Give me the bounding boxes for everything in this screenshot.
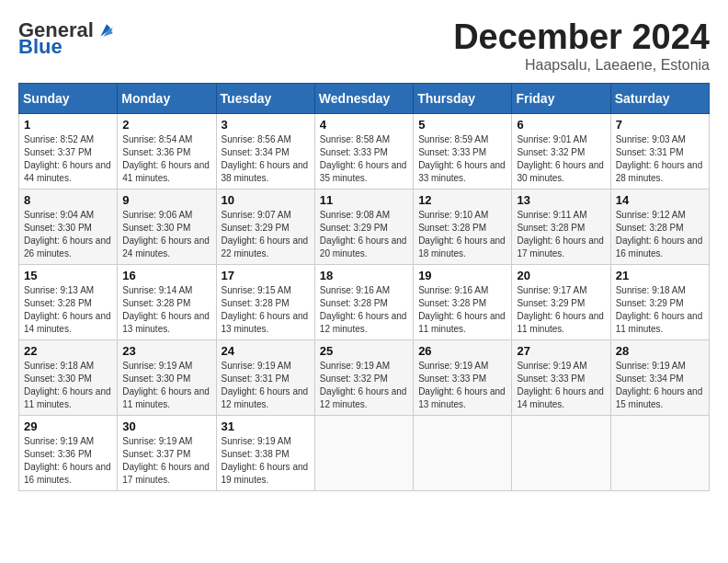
day-number: 22 bbox=[24, 344, 112, 358]
day-info: Sunrise: 8:56 AMSunset: 3:34 PMDaylight:… bbox=[222, 133, 310, 185]
day-number: 29 bbox=[24, 419, 112, 433]
title-block: December 2024 Haapsalu, Laeaene, Estonia bbox=[453, 18, 710, 74]
day-number: 8 bbox=[24, 193, 112, 207]
calendar-table: Sunday Monday Tuesday Wednesday Thursday… bbox=[18, 83, 710, 491]
col-wednesday: Wednesday bbox=[314, 83, 413, 113]
day-info: Sunrise: 9:18 AMSunset: 3:29 PMDaylight:… bbox=[616, 284, 704, 336]
day-number: 27 bbox=[517, 344, 605, 358]
day-info: Sunrise: 9:08 AMSunset: 3:29 PMDaylight:… bbox=[320, 209, 408, 260]
col-thursday: Thursday bbox=[414, 83, 512, 113]
calendar-cell bbox=[512, 415, 610, 490]
day-info: Sunrise: 8:58 AMSunset: 3:33 PMDaylight:… bbox=[320, 133, 408, 185]
day-info: Sunrise: 9:12 AMSunset: 3:28 PMDaylight:… bbox=[616, 209, 704, 260]
calendar-cell: 14Sunrise: 9:12 AMSunset: 3:28 PMDayligh… bbox=[610, 189, 709, 264]
col-saturday: Saturday bbox=[610, 83, 709, 113]
calendar-cell: 6Sunrise: 9:01 AMSunset: 3:32 PMDaylight… bbox=[512, 113, 610, 189]
calendar-body: 1Sunrise: 8:52 AMSunset: 3:37 PMDaylight… bbox=[19, 113, 710, 490]
calendar-cell: 16Sunrise: 9:14 AMSunset: 3:28 PMDayligh… bbox=[118, 264, 216, 339]
header-row: Sunday Monday Tuesday Wednesday Thursday… bbox=[19, 83, 710, 113]
day-number: 7 bbox=[616, 118, 704, 132]
calendar-cell: 21Sunrise: 9:18 AMSunset: 3:29 PMDayligh… bbox=[610, 264, 709, 339]
logo-blue: Blue bbox=[18, 35, 63, 59]
col-monday: Monday bbox=[118, 83, 216, 113]
day-number: 12 bbox=[418, 193, 506, 207]
day-info: Sunrise: 9:19 AMSunset: 3:34 PMDaylight:… bbox=[616, 360, 704, 411]
day-number: 15 bbox=[24, 269, 112, 282]
day-info: Sunrise: 9:16 AMSunset: 3:28 PMDaylight:… bbox=[418, 284, 506, 336]
day-number: 2 bbox=[122, 118, 210, 132]
day-number: 28 bbox=[616, 344, 704, 358]
calendar-cell: 26Sunrise: 9:19 AMSunset: 3:33 PMDayligh… bbox=[414, 339, 512, 415]
day-info: Sunrise: 9:18 AMSunset: 3:30 PMDaylight:… bbox=[24, 360, 112, 411]
calendar-cell: 13Sunrise: 9:11 AMSunset: 3:28 PMDayligh… bbox=[512, 189, 610, 264]
day-info: Sunrise: 9:16 AMSunset: 3:28 PMDaylight:… bbox=[320, 284, 408, 336]
day-info: Sunrise: 9:19 AMSunset: 3:32 PMDaylight:… bbox=[320, 360, 408, 411]
day-number: 26 bbox=[418, 344, 506, 358]
day-number: 13 bbox=[517, 193, 605, 207]
day-info: Sunrise: 9:17 AMSunset: 3:29 PMDaylight:… bbox=[517, 284, 605, 336]
day-number: 3 bbox=[222, 118, 310, 132]
day-info: Sunrise: 9:11 AMSunset: 3:28 PMDaylight:… bbox=[517, 209, 605, 260]
calendar-cell: 17Sunrise: 9:15 AMSunset: 3:28 PMDayligh… bbox=[216, 264, 314, 339]
day-number: 19 bbox=[418, 269, 506, 282]
day-info: Sunrise: 9:19 AMSunset: 3:37 PMDaylight:… bbox=[122, 435, 210, 487]
day-info: Sunrise: 9:01 AMSunset: 3:32 PMDaylight:… bbox=[517, 133, 605, 185]
calendar-cell bbox=[414, 415, 512, 490]
day-number: 30 bbox=[122, 419, 210, 433]
day-number: 17 bbox=[222, 269, 310, 282]
day-number: 5 bbox=[418, 118, 506, 132]
day-number: 18 bbox=[320, 269, 408, 282]
day-number: 4 bbox=[320, 118, 408, 132]
day-info: Sunrise: 9:06 AMSunset: 3:30 PMDaylight:… bbox=[122, 209, 210, 260]
calendar-cell: 11Sunrise: 9:08 AMSunset: 3:29 PMDayligh… bbox=[314, 189, 413, 264]
day-info: Sunrise: 9:19 AMSunset: 3:31 PMDaylight:… bbox=[222, 360, 310, 411]
calendar-cell: 27Sunrise: 9:19 AMSunset: 3:33 PMDayligh… bbox=[512, 339, 610, 415]
calendar-cell: 18Sunrise: 9:16 AMSunset: 3:28 PMDayligh… bbox=[314, 264, 413, 339]
subtitle: Haapsalu, Laeaene, Estonia bbox=[453, 57, 710, 74]
day-number: 16 bbox=[122, 269, 210, 282]
day-info: Sunrise: 9:19 AMSunset: 3:33 PMDaylight:… bbox=[517, 360, 605, 411]
calendar-cell bbox=[610, 415, 709, 490]
calendar-cell: 31Sunrise: 9:19 AMSunset: 3:38 PMDayligh… bbox=[216, 415, 314, 490]
calendar-week-4: 22Sunrise: 9:18 AMSunset: 3:30 PMDayligh… bbox=[19, 339, 710, 415]
calendar-week-1: 1Sunrise: 8:52 AMSunset: 3:37 PMDaylight… bbox=[19, 113, 710, 189]
calendar-cell: 29Sunrise: 9:19 AMSunset: 3:36 PMDayligh… bbox=[19, 415, 118, 490]
calendar-cell: 3Sunrise: 8:56 AMSunset: 3:34 PMDaylight… bbox=[216, 113, 314, 189]
page-header: General Blue December 2024 Haapsalu, Lae… bbox=[18, 18, 710, 74]
day-info: Sunrise: 9:14 AMSunset: 3:28 PMDaylight:… bbox=[122, 284, 210, 336]
month-title: December 2024 bbox=[453, 18, 710, 57]
col-sunday: Sunday bbox=[19, 83, 118, 113]
day-number: 6 bbox=[517, 118, 605, 132]
day-number: 21 bbox=[616, 269, 704, 282]
calendar-cell: 25Sunrise: 9:19 AMSunset: 3:32 PMDayligh… bbox=[314, 339, 413, 415]
day-info: Sunrise: 8:54 AMSunset: 3:36 PMDaylight:… bbox=[122, 133, 210, 185]
day-number: 14 bbox=[616, 193, 704, 207]
day-info: Sunrise: 9:04 AMSunset: 3:30 PMDaylight:… bbox=[24, 209, 112, 260]
calendar-week-2: 8Sunrise: 9:04 AMSunset: 3:30 PMDaylight… bbox=[19, 189, 710, 264]
calendar-cell bbox=[314, 415, 413, 490]
logo: General Blue bbox=[18, 18, 116, 59]
day-info: Sunrise: 9:19 AMSunset: 3:38 PMDaylight:… bbox=[222, 435, 310, 487]
calendar-cell: 20Sunrise: 9:17 AMSunset: 3:29 PMDayligh… bbox=[512, 264, 610, 339]
day-info: Sunrise: 8:59 AMSunset: 3:33 PMDaylight:… bbox=[418, 133, 506, 185]
day-number: 11 bbox=[320, 193, 408, 207]
col-friday: Friday bbox=[512, 83, 610, 113]
col-tuesday: Tuesday bbox=[216, 83, 314, 113]
day-number: 9 bbox=[122, 193, 210, 207]
calendar-cell: 12Sunrise: 9:10 AMSunset: 3:28 PMDayligh… bbox=[414, 189, 512, 264]
calendar-cell: 30Sunrise: 9:19 AMSunset: 3:37 PMDayligh… bbox=[118, 415, 216, 490]
logo-icon bbox=[97, 21, 116, 40]
calendar-cell: 23Sunrise: 9:19 AMSunset: 3:30 PMDayligh… bbox=[118, 339, 216, 415]
calendar-cell: 4Sunrise: 8:58 AMSunset: 3:33 PMDaylight… bbox=[314, 113, 413, 189]
calendar-cell: 2Sunrise: 8:54 AMSunset: 3:36 PMDaylight… bbox=[118, 113, 216, 189]
day-info: Sunrise: 9:19 AMSunset: 3:33 PMDaylight:… bbox=[418, 360, 506, 411]
calendar-cell: 1Sunrise: 8:52 AMSunset: 3:37 PMDaylight… bbox=[19, 113, 118, 189]
calendar-cell: 15Sunrise: 9:13 AMSunset: 3:28 PMDayligh… bbox=[19, 264, 118, 339]
day-info: Sunrise: 9:03 AMSunset: 3:31 PMDaylight:… bbox=[616, 133, 704, 185]
calendar-cell: 19Sunrise: 9:16 AMSunset: 3:28 PMDayligh… bbox=[414, 264, 512, 339]
day-number: 31 bbox=[222, 419, 310, 433]
calendar-cell: 5Sunrise: 8:59 AMSunset: 3:33 PMDaylight… bbox=[414, 113, 512, 189]
day-number: 23 bbox=[122, 344, 210, 358]
day-number: 25 bbox=[320, 344, 408, 358]
day-info: Sunrise: 9:13 AMSunset: 3:28 PMDaylight:… bbox=[24, 284, 112, 336]
